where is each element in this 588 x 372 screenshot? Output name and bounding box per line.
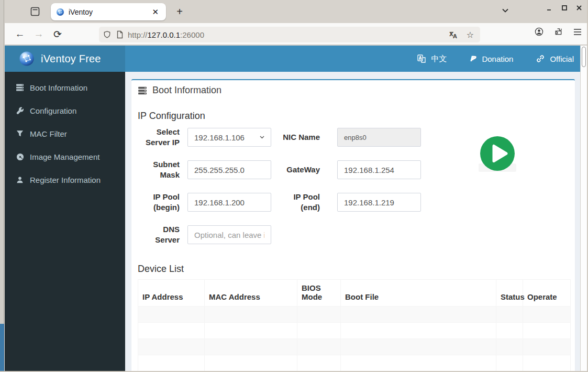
col-ip-address: IP Address <box>138 280 205 307</box>
tab-title: iVentoy <box>69 8 150 16</box>
table-header-row: IP Address MAC Address BIOS Mode Boot Fi… <box>138 280 571 307</box>
shield-icon[interactable] <box>103 30 111 39</box>
nic-name-label: NIC Name <box>282 132 320 143</box>
maximize-button[interactable] <box>561 4 568 12</box>
server-icon <box>138 86 147 95</box>
page-info-icon[interactable] <box>116 30 124 39</box>
table-row <box>138 323 571 339</box>
col-status: Status <box>496 280 523 307</box>
sidebar-item-label: Boot Information <box>30 83 87 92</box>
svg-text:A: A <box>419 56 423 61</box>
dns-server-label: DNS Server <box>138 224 180 245</box>
table-row <box>138 355 571 371</box>
iventoy-logo-globe-icon <box>19 51 35 67</box>
bookmark-star-icon[interactable]: ☆ <box>467 30 474 40</box>
extensions-puzzle-icon[interactable] <box>554 27 563 36</box>
browser-tab[interactable]: iVentoy ✕ <box>51 3 166 20</box>
sidebar-item-label: MAC Filter <box>30 129 67 138</box>
titlebar: iVentoy ✕ + <box>5 0 587 23</box>
ip-pool-end-input[interactable] <box>337 193 421 212</box>
main-content: Boot Information IP Configuration Select… <box>125 72 580 371</box>
col-mac-address: MAC Address <box>205 280 297 307</box>
page-viewport: iVentoy Free A 中文 P P <box>5 46 587 371</box>
sidebar: Boot Information Configuration <box>5 72 125 371</box>
subnet-mask-input[interactable] <box>187 160 271 179</box>
ip-pool-begin-label: IP Pool (begin) <box>138 192 180 213</box>
disc-icon <box>15 153 25 161</box>
select-server-ip[interactable]: 192.168.1.106 <box>187 128 271 147</box>
sidebar-item-label: Configuration <box>30 106 76 115</box>
table-row <box>138 339 571 355</box>
col-bios-mode: BIOS Mode <box>297 280 341 307</box>
menu-hamburger-icon[interactable] <box>573 28 582 36</box>
nav-official[interactable]: Official <box>536 54 574 63</box>
translate-page-icon[interactable]: X A <box>449 31 458 39</box>
browser-window: iVentoy ✕ + ← → ⟳ http://127.0.0.1:26000 <box>0 0 588 372</box>
brand[interactable]: iVentoy Free <box>5 46 125 72</box>
sidebar-item-label: Image Management <box>30 152 99 161</box>
url-bar[interactable]: http://127.0.0.1:26000 X A ☆ <box>99 27 480 42</box>
brand-name: iVentoy Free <box>41 53 101 65</box>
nic-name-input <box>337 128 421 147</box>
ip-pool-begin-input[interactable] <box>187 193 271 212</box>
sidebar-item-register-information[interactable]: Register Information <box>5 168 125 191</box>
svg-text:P: P <box>472 55 477 62</box>
nav-language[interactable]: A 中文 <box>417 54 447 64</box>
col-operate: Operate <box>523 280 571 307</box>
subnet-mask-label: Subnet Mask <box>138 159 180 180</box>
scrollbar-thumb[interactable] <box>582 47 586 67</box>
dns-server-input[interactable] <box>187 225 271 244</box>
boot-information-panel: Boot Information IP Configuration Select… <box>131 79 575 371</box>
new-tab-button[interactable]: + <box>172 4 187 19</box>
tab-close-icon[interactable]: ✕ <box>150 7 161 17</box>
window-left-border <box>0 0 4 372</box>
sidebar-item-label: Register Information <box>30 176 101 184</box>
paypal-icon: P P <box>470 54 476 63</box>
back-button[interactable]: ← <box>13 27 27 41</box>
reload-button[interactable]: ⟳ <box>51 27 64 41</box>
forward-button: → <box>32 27 46 41</box>
start-service-button[interactable] <box>480 136 515 171</box>
tab-overview-icon[interactable] <box>29 6 41 17</box>
panel-title: Boot Information <box>138 85 569 96</box>
ip-pool-end-label: IP Pool (end) <box>282 192 320 213</box>
chevron-down-icon <box>260 136 264 139</box>
account-icon[interactable] <box>535 27 543 36</box>
col-boot-file: Boot File <box>341 280 496 307</box>
filter-icon <box>15 130 25 137</box>
translate-icon: A <box>417 54 426 63</box>
favicon-globe-icon <box>56 8 64 16</box>
url-text: http://127.0.0.1:26000 <box>128 30 449 39</box>
window-behind-strip <box>0 324 4 372</box>
sidebar-item-image-management[interactable]: Image Management <box>5 145 125 168</box>
minimize-button[interactable] <box>546 4 553 12</box>
sidebar-item-mac-filter[interactable]: MAC Filter <box>5 122 125 145</box>
browser-toolbar: ← → ⟳ http://127.0.0.1:26000 X A ☆ <box>5 23 587 45</box>
page-scrollbar[interactable] <box>580 46 587 371</box>
sidebar-item-configuration[interactable]: Configuration <box>5 99 125 122</box>
select-server-ip-label: Select Server IP <box>138 127 180 148</box>
list-all-tabs-icon[interactable] <box>501 6 509 15</box>
device-list-table: IP Address MAC Address BIOS Mode Boot Fi… <box>138 279 571 371</box>
table-row <box>138 307 571 323</box>
sidebar-item-boot-information[interactable]: Boot Information <box>5 76 125 99</box>
link-icon <box>536 54 545 63</box>
nav-donation[interactable]: P P Donation <box>470 54 513 63</box>
gateway-label: GateWay <box>282 165 320 175</box>
ip-configuration-title: IP Configuration <box>138 111 569 122</box>
svg-text:A: A <box>453 34 457 39</box>
user-icon <box>15 176 25 184</box>
close-window-button[interactable] <box>575 4 583 12</box>
device-list-title: Device List <box>138 264 569 275</box>
server-icon <box>15 83 25 92</box>
app-header: iVentoy Free A 中文 P P <box>5 46 580 72</box>
wrench-icon <box>15 107 25 115</box>
gateway-input[interactable] <box>337 160 421 179</box>
